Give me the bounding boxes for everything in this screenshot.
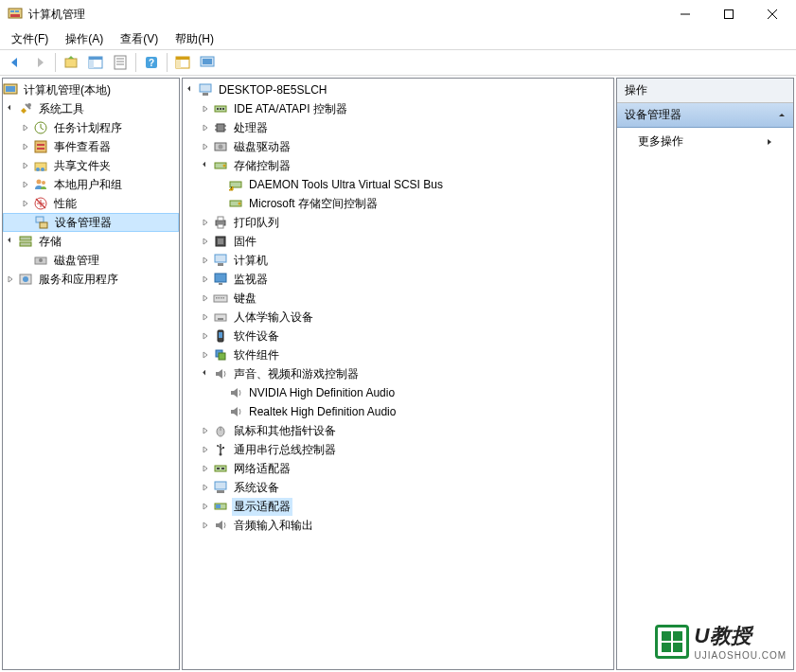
expand-icon[interactable] [198, 291, 213, 306]
svg-rect-90 [217, 468, 220, 469]
tree-system-tools[interactable]: 系统工具 [3, 99, 179, 118]
expand-icon[interactable] [18, 158, 33, 173]
tree-performance[interactable]: 性能 [3, 194, 179, 213]
monitor-icon [213, 272, 228, 287]
device-display[interactable]: 显示适配器 [183, 497, 613, 516]
expand-icon[interactable] [198, 328, 213, 344]
svg-rect-45 [200, 84, 211, 92]
tree-device-manager[interactable]: 设备管理器 [3, 213, 179, 232]
tree-event-viewer[interactable]: 事件查看器 [3, 137, 179, 156]
svg-rect-68 [218, 239, 223, 244]
device-ide[interactable]: IDE ATA/ATAPI 控制器 [183, 99, 613, 118]
expand-icon[interactable] [198, 253, 213, 268]
left-tree-panel: 计算机管理(本地) 系统工具 任务计划程序 事件查看器 [2, 78, 180, 670]
device-cpu[interactable]: 处理器 [183, 118, 613, 137]
device-software-dev[interactable]: 软件设备 [183, 327, 613, 345]
device-ms-storage[interactable]: Microsoft 存储空间控制器 [183, 194, 613, 213]
device-keyboard[interactable]: 键盘 [183, 289, 613, 308]
properties-button[interactable] [109, 51, 132, 74]
back-button[interactable] [4, 51, 27, 74]
tree-shared-folders[interactable]: 共享文件夹 [3, 156, 179, 175]
expand-icon[interactable] [198, 499, 213, 514]
expand-icon[interactable] [198, 518, 213, 533]
device-usb[interactable]: 通用串行总线控制器 [183, 440, 613, 459]
expand-icon[interactable] [198, 234, 213, 249]
tree-local-users[interactable]: 本地用户和组 [3, 175, 179, 194]
device-hid[interactable]: 人体学输入设备 [183, 308, 613, 327]
more-actions[interactable]: 更多操作 [617, 128, 793, 155]
expand-icon[interactable] [3, 272, 18, 287]
collapse-icon[interactable] [3, 234, 18, 249]
expand-icon[interactable] [198, 309, 213, 325]
expand-icon[interactable] [198, 347, 213, 363]
minimize-button[interactable] [663, 0, 707, 28]
device-firmware[interactable]: 固件 [183, 232, 613, 251]
expand-icon[interactable] [198, 101, 213, 116]
collapse-icon[interactable] [198, 366, 213, 381]
actions-section[interactable]: 设备管理器 [617, 103, 793, 128]
svg-rect-3 [10, 14, 20, 17]
svg-rect-72 [219, 283, 222, 285]
svg-rect-83 [219, 353, 225, 360]
collapse-icon[interactable] [183, 82, 198, 97]
expand-icon[interactable] [198, 423, 213, 438]
device-audio[interactable]: 声音、视频和游戏控制器 [183, 364, 613, 383]
help-button[interactable]: ? [140, 51, 163, 74]
menu-help[interactable]: 帮助(H) [168, 29, 221, 49]
collapse-icon[interactable] [3, 101, 18, 116]
expand-icon[interactable] [18, 139, 33, 154]
device-mouse[interactable]: 鼠标和其他指针设备 [183, 421, 613, 440]
audio-io-icon [213, 518, 228, 533]
expand-icon[interactable] [198, 480, 213, 495]
expand-icon[interactable] [18, 177, 33, 192]
expand-icon[interactable] [198, 215, 213, 230]
device-computer-node[interactable]: 计算机 [183, 251, 613, 270]
cpu-icon [213, 120, 228, 135]
tree-services-apps[interactable]: 服务和应用程序 [3, 270, 179, 289]
svg-rect-37 [36, 217, 44, 222]
svg-rect-75 [219, 297, 221, 299]
tree-disk-management[interactable]: 磁盘管理 [3, 251, 179, 270]
expand-icon[interactable] [198, 139, 213, 154]
device-software-comp[interactable]: 软件组件 [183, 345, 613, 364]
device-monitors[interactable]: 监视器 [183, 270, 613, 289]
device-label: 显示适配器 [232, 498, 292, 516]
expand-icon[interactable] [198, 461, 213, 476]
device-print-queue[interactable]: 打印队列 [183, 213, 613, 232]
forward-button[interactable] [28, 51, 51, 74]
device-storage-ctrl[interactable]: 存储控制器 [183, 156, 613, 175]
expand-icon[interactable] [198, 272, 213, 287]
menu-file[interactable]: 文件(F) [4, 29, 56, 49]
device-daemon[interactable]: !DAEMON Tools Ultra Virtual SCSI Bus [183, 175, 613, 194]
device-realtek-audio[interactable]: Realtek High Definition Audio [183, 402, 613, 421]
device-audio-io[interactable]: 音频输入和输出 [183, 516, 613, 535]
expand-icon[interactable] [198, 120, 213, 135]
device-computer-root[interactable]: DESKTOP-8E5SLCH [183, 80, 613, 99]
close-button[interactable] [751, 0, 794, 28]
svg-rect-49 [220, 108, 221, 110]
device-label: 软件组件 [232, 346, 281, 364]
show-hide-tree-button[interactable] [84, 51, 107, 74]
up-button[interactable] [60, 51, 82, 74]
expand-icon[interactable] [18, 196, 33, 211]
menu-view[interactable]: 查看(V) [113, 29, 166, 49]
device-disk-drives[interactable]: 磁盘驱动器 [183, 137, 613, 156]
svg-point-33 [37, 180, 42, 185]
maximize-button[interactable] [707, 0, 751, 28]
tree-root[interactable]: 计算机管理(本地) [3, 80, 179, 99]
svg-rect-76 [221, 297, 222, 299]
device-system-dev[interactable]: 系统设备 [183, 478, 613, 497]
collapse-icon[interactable] [198, 158, 213, 173]
menu-action[interactable]: 操作(A) [58, 29, 111, 49]
expand-icon[interactable] [18, 120, 33, 135]
view-button-1[interactable] [171, 51, 194, 74]
tree-storage[interactable]: 存储 [3, 232, 179, 251]
device-nvidia-audio[interactable]: NVIDIA High Definition Audio [183, 383, 613, 402]
device-label: 计算机 [232, 252, 270, 270]
software-comp-icon [213, 347, 228, 363]
svg-rect-12 [115, 56, 126, 69]
view-button-2[interactable] [196, 51, 219, 74]
device-network[interactable]: 网络适配器 [183, 459, 613, 478]
expand-icon[interactable] [198, 442, 213, 457]
tree-task-scheduler[interactable]: 任务计划程序 [3, 118, 179, 137]
